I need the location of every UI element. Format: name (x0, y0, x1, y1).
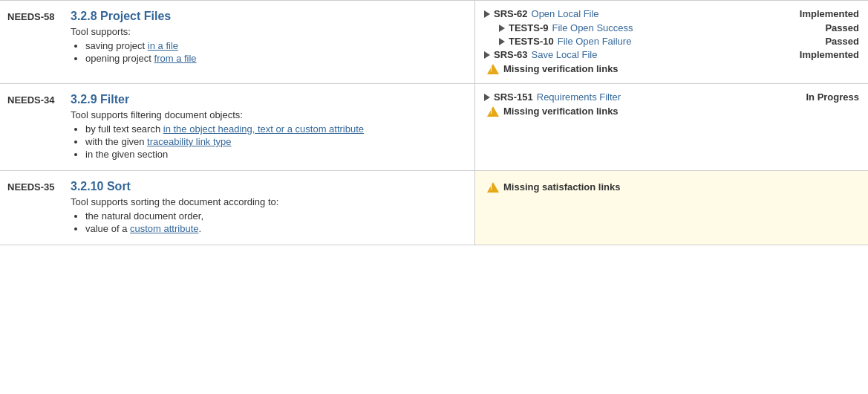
warning-icon (487, 106, 499, 117)
needs-id: NEEDS-34 (7, 93, 71, 161)
srs-id[interactable]: SRS-151 (494, 91, 533, 103)
table-row: NEEDS-58 3.2.8 Project Files Tool suppor… (0, 0, 868, 84)
srs-id[interactable]: SRS-62 (494, 8, 528, 19)
list-item: opening project from a file (85, 53, 467, 64)
left-panel: NEEDS-35 3.2.10 Sort Tool supports sorti… (0, 171, 475, 245)
triangle-icon (484, 10, 490, 18)
srs-label: Requirements Filter (537, 91, 799, 103)
left-panel: NEEDS-58 3.2.8 Project Files Tool suppor… (0, 1, 475, 83)
right-panel-warning: Missing satisfaction links (475, 171, 868, 245)
warning-icon (487, 182, 499, 193)
list-item: value of a custom attribute. (85, 223, 467, 234)
section-desc: Tool supports filtering document objects… (71, 109, 467, 120)
bullet-list: saving project in a file opening project… (71, 40, 467, 64)
warning-entry: Missing verification links (484, 63, 859, 74)
content-area: 3.2.10 Sort Tool supports sorting the do… (71, 180, 467, 236)
link-text[interactable]: in the object heading, text or a custom … (163, 123, 364, 135)
list-item: the natural document order, (85, 210, 467, 222)
warning-entry: Missing satisfaction links (484, 181, 859, 193)
right-panel: SRS-151 Requirements Filter In Progress … (475, 84, 868, 170)
section-title: 3.2.9 Filter (71, 93, 467, 106)
tests-id[interactable]: TESTS-9 (509, 22, 548, 33)
needs-id: NEEDS-58 (7, 10, 71, 74)
link-text[interactable]: from a file (154, 53, 197, 64)
link-text[interactable]: traceability link type (147, 136, 231, 147)
triangle-icon (484, 51, 490, 59)
section-title: 3.2.8 Project Files (71, 10, 467, 23)
needs-id: NEEDS-35 (7, 180, 71, 236)
link-text[interactable]: in a file (148, 40, 178, 51)
srs-entry: SRS-62 Open Local File Implemented (484, 8, 859, 19)
srs-status: Implemented (800, 8, 859, 19)
srs-status: Implemented (800, 49, 859, 60)
tests-label: File Open Success (552, 22, 818, 33)
section-desc: Tool supports: (71, 26, 467, 37)
triangle-icon (499, 25, 505, 32)
section-desc: Tool supports sorting the document accor… (71, 196, 467, 207)
srs-entry: SRS-151 Requirements Filter In Progress (484, 91, 859, 103)
list-item: by full text search in the object headin… (85, 123, 467, 135)
srs-status: Passed (825, 22, 859, 33)
bullet-list: the natural document order, value of a c… (71, 210, 467, 234)
list-item: in the given section (85, 149, 467, 160)
main-table: NEEDS-58 3.2.8 Project Files Tool suppor… (0, 0, 868, 245)
warning-text: Missing verification links (503, 106, 619, 117)
table-row: NEEDS-35 3.2.10 Sort Tool supports sorti… (0, 171, 868, 245)
srs-status: Passed (825, 36, 859, 47)
content-area: 3.2.9 Filter Tool supports filtering doc… (71, 93, 467, 161)
srs-id[interactable]: SRS-63 (494, 49, 528, 60)
tests-id[interactable]: TESTS-10 (509, 36, 554, 47)
warning-text: Missing satisfaction links (503, 181, 621, 193)
child-entry: TESTS-9 File Open Success Passed (484, 22, 859, 33)
tests-label: File Open Failure (558, 36, 818, 47)
link-text[interactable]: custom attribute (130, 223, 199, 234)
content-area: 3.2.8 Project Files Tool supports: savin… (71, 10, 467, 74)
srs-entry: SRS-63 Save Local File Implemented (484, 49, 859, 60)
triangle-icon (499, 38, 505, 45)
table-row: NEEDS-34 3.2.9 Filter Tool supports filt… (0, 84, 868, 171)
srs-label: Save Local File (532, 49, 792, 60)
right-panel: SRS-62 Open Local File Implemented TESTS… (475, 1, 868, 83)
left-panel: NEEDS-34 3.2.9 Filter Tool supports filt… (0, 84, 475, 170)
list-item: saving project in a file (85, 40, 467, 51)
child-entry: TESTS-10 File Open Failure Passed (484, 36, 859, 47)
list-item: with the given traceability link type (85, 136, 467, 147)
srs-label: Open Local File (532, 8, 792, 19)
srs-status: In Progress (806, 91, 859, 103)
warning-text: Missing verification links (503, 63, 619, 74)
bullet-list: by full text search in the object headin… (71, 123, 467, 160)
section-title: 3.2.10 Sort (71, 180, 467, 193)
warning-icon (487, 64, 499, 74)
triangle-icon (484, 94, 490, 101)
warning-entry: Missing verification links (484, 106, 859, 117)
